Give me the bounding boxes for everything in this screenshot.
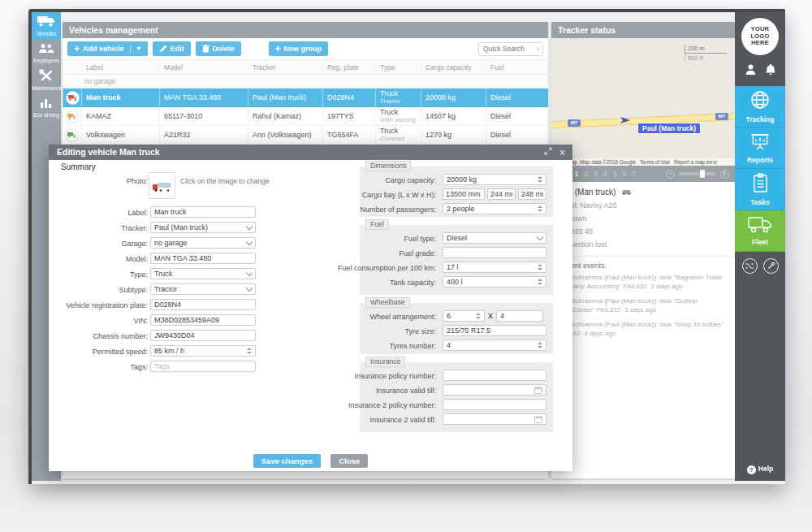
map-tab-3[interactable]: 3 [594, 170, 598, 178]
wrench-icon[interactable] [763, 258, 779, 274]
map-tab-6[interactable]: 6 [622, 170, 626, 178]
map-tab-5[interactable]: 5 [613, 170, 617, 178]
permitted-speed-stepper[interactable]: 85 km / h [150, 345, 256, 357]
vehicle-photo[interactable] [149, 172, 175, 199]
plus-icon: + [74, 45, 80, 53]
passengers-stepper[interactable]: 2 people [443, 203, 546, 214]
sidebar-item-tasks[interactable]: Tasks [735, 169, 785, 210]
add-vehicle-dropdown[interactable] [130, 45, 141, 54]
map[interactable]: M7 M7 Paul (Man truck) 200 m 500 ft [551, 38, 735, 158]
sidebar-item-employees[interactable]: Employees [32, 39, 61, 66]
garage-select[interactable]: no garage [150, 237, 256, 249]
stepper-arrows-icon[interactable] [247, 348, 252, 354]
column-header-cargo[interactable]: Cargo capacity [421, 60, 486, 74]
vin-field[interactable] [150, 314, 256, 326]
table-row[interactable]: KAMAZ 65117-3010 Rahul (Kamaz) 197TYS Tr… [63, 107, 548, 126]
zoom-slider[interactable] [679, 172, 716, 175]
stepper-arrows-icon[interactable] [538, 205, 542, 212]
cargo-bay-height[interactable] [518, 188, 546, 200]
column-header-type[interactable]: Type [375, 60, 421, 74]
cell-reg-plate: D028N4 [322, 89, 375, 106]
cell-model: MAN TGA 33.480 [159, 89, 248, 106]
calendar-icon[interactable] [534, 416, 542, 423]
column-header-fuel[interactable]: Fuel [486, 60, 548, 74]
cargo-bay-width[interactable] [487, 188, 516, 200]
help-button[interactable]: ?Help [735, 465, 785, 474]
event-item: Paul Schramma (Paul (Man truck)): task "… [551, 296, 735, 320]
label-field[interactable] [150, 206, 256, 218]
column-header-tracker[interactable]: Tracker [248, 60, 322, 74]
insurance2-policy-field[interactable] [443, 399, 546, 410]
zoom-slider-handle[interactable] [700, 170, 705, 178]
photo-label: Photo: [127, 177, 148, 185]
photo-row: Photo: Click on the image to change [60, 172, 256, 206]
zoom-in-icon[interactable] [720, 170, 729, 179]
reg-plate-field[interactable] [150, 299, 256, 310]
new-group-button[interactable]: + New group [269, 41, 329, 56]
cell-cargo: 20000 kg [421, 89, 486, 106]
add-vehicle-button[interactable]: + Add vehicle [67, 41, 148, 56]
type-select[interactable]: Truck [150, 268, 256, 279]
stepper-arrows-icon[interactable] [538, 279, 542, 285]
sidebar-item-tracking[interactable]: Tracking [735, 86, 785, 128]
subtype-select[interactable]: Tractor [150, 283, 256, 295]
save-changes-button[interactable]: Save changes [253, 454, 321, 468]
model-field[interactable] [150, 253, 256, 264]
stepper-arrows-icon[interactable] [538, 264, 542, 270]
fuel-consumption-stepper[interactable]: 17 l [443, 262, 546, 273]
column-header-model[interactable]: Model [159, 60, 248, 74]
wheel-arrangement-a-stepper[interactable]: 6 [443, 310, 485, 322]
clear-search-icon[interactable]: × [536, 45, 540, 53]
insurance-valid-till-field[interactable] [443, 384, 546, 396]
calendar-icon[interactable] [534, 387, 542, 394]
fuel-type-select[interactable]: Diesel [443, 232, 546, 244]
sidebar-item-maintenance[interactable]: Maintenance [32, 66, 61, 93]
insurance2-valid-till-field[interactable] [443, 413, 546, 425]
shuffle-icon[interactable] [742, 258, 758, 274]
sidebar-item-fleet[interactable]: Fleet [735, 210, 785, 252]
tank-capacity-stepper[interactable]: 400 l [443, 276, 546, 288]
chevron-down-icon [246, 270, 253, 276]
column-header-reg-plate[interactable]: Reg. plate [322, 60, 375, 74]
sidebar-item-vehicles[interactable]: Vehicles [32, 12, 61, 39]
chassis-field[interactable] [150, 330, 256, 341]
table-row[interactable]: Volkswagen A21R32 Ann (Volkswagen) TG654… [63, 126, 548, 145]
terms-link[interactable]: Terms of Use [640, 159, 670, 165]
column-header-label[interactable]: Label [81, 60, 159, 74]
tracker-map-label[interactable]: Paul (Man truck) [637, 123, 701, 134]
report-error-link[interactable]: Report a map error [674, 159, 717, 165]
close-icon[interactable]: × [559, 149, 565, 157]
tracker-arrow-marker[interactable] [620, 113, 631, 128]
group-row-no-garage[interactable]: no garage [63, 75, 548, 89]
fuel-grade-field[interactable] [443, 247, 546, 258]
wheel-arrangement-b-field[interactable] [496, 310, 543, 322]
sidebar-item-eco-driving[interactable]: Eco driving [32, 93, 61, 120]
resize-icon[interactable] [544, 145, 552, 160]
tyres-number-stepper[interactable]: 4 [443, 340, 546, 351]
delete-button[interactable]: Delete [196, 41, 241, 56]
map-tab-4[interactable]: 4 [603, 170, 607, 178]
close-button[interactable]: Close [330, 454, 368, 468]
tags-field[interactable] [150, 361, 256, 372]
table-row[interactable]: Man truck MAN TGA 33.480 Paul (Man truck… [63, 89, 548, 107]
stepper-arrows-icon[interactable] [538, 342, 542, 348]
zoom-out-icon[interactable] [666, 170, 675, 179]
map-tab-2[interactable]: 2 [585, 170, 589, 178]
bell-icon[interactable] [766, 63, 775, 78]
cargo-bay-length[interactable] [443, 188, 485, 200]
tyre-size-field[interactable] [443, 325, 546, 336]
map-tab-7[interactable]: 7 [632, 170, 636, 178]
car-icon [621, 188, 632, 197]
map-layer-bar: Map 1 2 3 4 5 6 7 [551, 166, 735, 182]
sidebar-item-reports[interactable]: Reports [735, 128, 785, 169]
quick-search-input[interactable] [482, 44, 532, 54]
wheelbase-fieldset: Wheelbase Wheel arrangement: 6 X Tyre si… [360, 303, 553, 354]
edit-button[interactable]: Edit [153, 41, 191, 56]
stepper-arrows-icon[interactable] [538, 176, 542, 183]
tracker-select[interactable]: Paul (Man truck) [150, 222, 256, 233]
cell-reg-plate: 197TYS [322, 107, 375, 125]
cargo-capacity-stepper[interactable]: 20000 kg [443, 174, 546, 185]
stepper-arrows-icon[interactable] [476, 313, 481, 319]
insurance-policy-field[interactable] [443, 370, 546, 381]
user-icon[interactable] [745, 63, 756, 78]
